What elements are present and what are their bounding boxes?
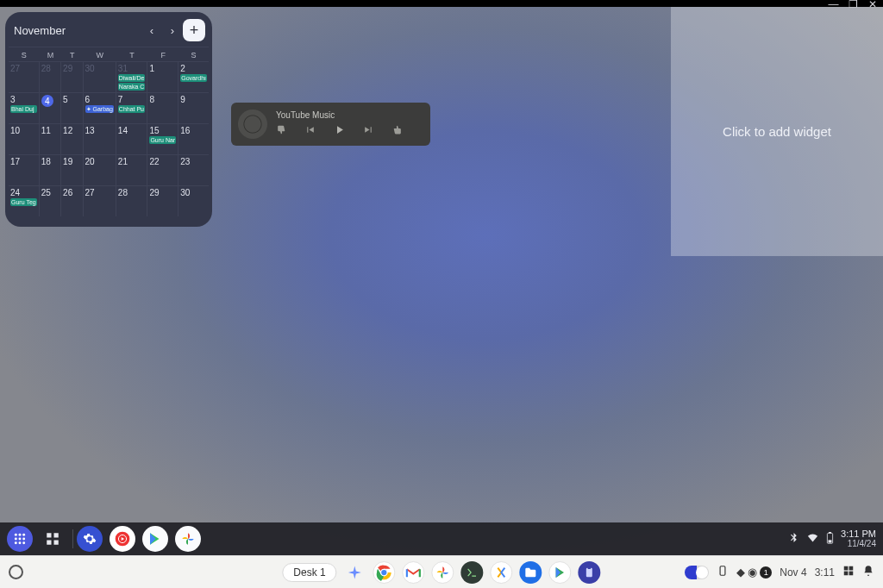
- gmail-app-icon[interactable]: [403, 561, 425, 584]
- taskbar: Desk 1: [0, 555, 883, 588]
- calendar-cell[interactable]: 5: [61, 92, 83, 123]
- calendar-cell[interactable]: 19: [61, 154, 83, 185]
- svg-point-1: [19, 534, 22, 536]
- quick-toggle[interactable]: [685, 566, 709, 579]
- svg-rect-23: [588, 566, 592, 568]
- thumbs-down-icon[interactable]: [276, 124, 287, 138]
- previous-track-icon[interactable]: [304, 124, 316, 138]
- calendar-event[interactable]: Diwali/De: [118, 74, 146, 82]
- play-store-taskbar-icon[interactable]: [549, 561, 572, 584]
- svg-point-6: [15, 541, 17, 544]
- shelf-divider: [72, 529, 73, 548]
- idx-app-icon[interactable]: [491, 561, 513, 584]
- calendar-cell[interactable]: 8: [147, 92, 178, 123]
- photos-taskbar-icon[interactable]: [432, 561, 454, 584]
- calendar-cell[interactable]: 9: [178, 92, 209, 123]
- calendar-day-number: 21: [118, 157, 128, 166]
- tray-group[interactable]: ◆ ◉ 1: [736, 566, 772, 579]
- calendar-prev-button[interactable]: ‹: [141, 20, 162, 41]
- calendar-cell[interactable]: 26: [61, 185, 83, 216]
- grid-apps-icon[interactable]: [40, 526, 66, 552]
- calendar-cell[interactable]: 1: [147, 61, 178, 92]
- minimize-button[interactable]: —: [828, 1, 838, 11]
- calendar-cell[interactable]: 30: [178, 185, 209, 216]
- youtube-music-app-icon[interactable]: [110, 526, 135, 552]
- calendar-day-number: 29: [149, 188, 159, 197]
- start-circle-icon[interactable]: [9, 565, 23, 579]
- calendar-event[interactable]: Govardhı: [180, 74, 207, 82]
- gemini-spark-icon[interactable]: [344, 561, 366, 584]
- calendar-event[interactable]: Naraka C: [118, 83, 146, 91]
- chrome-app-icon[interactable]: [373, 561, 396, 584]
- restore-button[interactable]: ❐: [848, 1, 858, 11]
- calendar-cell[interactable]: 11: [40, 123, 61, 154]
- svg-rect-11: [47, 541, 51, 545]
- calendar-cell[interactable]: 22: [147, 154, 178, 185]
- tile-menu-icon[interactable]: [842, 565, 855, 579]
- calendar-widget[interactable]: November ‹ › + SMTWTFS2728293031Diwali/D…: [5, 12, 212, 227]
- calendar-cell[interactable]: 12: [61, 123, 83, 154]
- close-button[interactable]: ✕: [867, 1, 878, 11]
- taskbar-date[interactable]: Nov 4: [780, 566, 806, 579]
- device-icon[interactable]: [717, 565, 729, 579]
- calendar-cell[interactable]: 2Govardhı: [178, 61, 209, 92]
- calendar-cell[interactable]: 18: [40, 154, 61, 185]
- calendar-cell[interactable]: 13: [84, 123, 116, 154]
- play-store-app-icon[interactable]: [142, 526, 168, 552]
- calendar-cell[interactable]: 23: [178, 154, 209, 185]
- calendar-day-number: 13: [85, 126, 95, 135]
- calendar-cell[interactable]: 4: [40, 92, 61, 123]
- thumbs-up-icon[interactable]: [391, 124, 403, 138]
- calendar-cell[interactable]: 14: [116, 123, 148, 154]
- play-icon[interactable]: [333, 123, 346, 139]
- add-widget-panel[interactable]: Click to add widget: [671, 7, 883, 256]
- calendar-event[interactable]: Bhai Duj: [10, 105, 37, 113]
- calendar-cell[interactable]: 27: [84, 185, 116, 216]
- terminal-app-icon[interactable]: [461, 561, 484, 584]
- photos-app-icon[interactable]: [175, 526, 201, 552]
- add-widget-label: Click to add widget: [723, 124, 831, 139]
- calendar-day-number: 28: [118, 188, 128, 197]
- taskbar-time[interactable]: 3:11: [815, 566, 835, 579]
- calendar-cell[interactable]: 24Guru Teg: [9, 185, 40, 216]
- calendar-day-number: 24: [10, 188, 20, 197]
- calendar-day-number: 29: [63, 64, 72, 73]
- calendar-cell[interactable]: 31Diwali/DeNaraka C: [116, 61, 148, 92]
- next-track-icon[interactable]: [363, 124, 374, 138]
- files-app-icon[interactable]: [520, 561, 542, 584]
- launcher-button[interactable]: [7, 526, 33, 552]
- calendar-cell[interactable]: 20: [84, 154, 116, 185]
- calendar-cell[interactable]: 28: [116, 185, 148, 216]
- calendar-dow: F: [147, 47, 178, 61]
- desk-selector[interactable]: Desk 1: [282, 563, 336, 582]
- settings-app-icon[interactable]: [77, 526, 103, 552]
- calendar-event[interactable]: Guru Nar: [149, 136, 176, 144]
- calendar-cell[interactable]: 7Chhat Pu: [116, 92, 148, 123]
- taskbar-right: ◆ ◉ 1 Nov 4 3:11: [685, 565, 874, 579]
- clipboard-app-icon[interactable]: [579, 561, 601, 584]
- calendar-cell[interactable]: 30: [84, 61, 116, 92]
- calendar-cell[interactable]: 15Guru Nar: [147, 123, 178, 154]
- status-tray[interactable]: 3:11 PM 11/4/24: [788, 529, 876, 548]
- calendar-event[interactable]: Guru Teg: [10, 198, 37, 206]
- calendar-cell[interactable]: 29: [147, 185, 178, 216]
- calendar-cell[interactable]: 28: [40, 61, 61, 92]
- calendar-event[interactable]: Chhat Pu: [118, 105, 146, 113]
- calendar-add-button[interactable]: +: [183, 19, 205, 41]
- calendar-cell[interactable]: 27: [9, 61, 40, 92]
- calendar-cell[interactable]: 16: [178, 123, 209, 154]
- calendar-cell[interactable]: 3Bhai Duj: [9, 92, 40, 123]
- bell-icon[interactable]: [862, 565, 874, 579]
- calendar-day-number: 8: [149, 95, 154, 104]
- calendar-cell[interactable]: 21: [116, 154, 148, 185]
- calendar-cell[interactable]: 25: [40, 185, 61, 216]
- calendar-day-number: 28: [41, 64, 51, 73]
- calendar-event[interactable]: ✦ Garbag: [85, 105, 114, 113]
- calendar-cell[interactable]: 29: [61, 61, 83, 92]
- calendar-cell[interactable]: 6✦ Garbag: [84, 92, 116, 123]
- svg-point-2: [22, 534, 25, 536]
- calendar-cell[interactable]: 10: [9, 123, 40, 154]
- calendar-next-button[interactable]: ›: [162, 20, 183, 41]
- calendar-cell[interactable]: 17: [9, 154, 40, 185]
- music-widget[interactable]: YouTube Music: [231, 103, 430, 146]
